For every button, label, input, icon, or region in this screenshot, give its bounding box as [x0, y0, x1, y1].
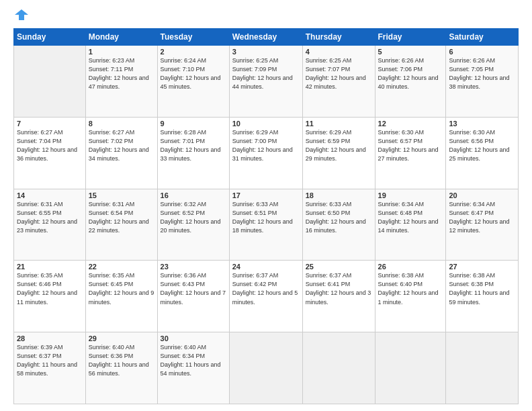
calendar-cell: 5 Sunrise: 6:26 AMSunset: 7:06 PMDayligh…: [375, 46, 446, 118]
calendar-cell: 12 Sunrise: 6:30 AMSunset: 6:57 PMDaylig…: [375, 117, 446, 189]
header: [13, 11, 519, 21]
day-info: Sunrise: 6:26 AMSunset: 7:05 PMDaylight:…: [449, 56, 515, 91]
day-info: Sunrise: 6:35 AMSunset: 6:46 PMDaylight:…: [17, 271, 83, 306]
calendar-cell: 18 Sunrise: 6:33 AMSunset: 6:50 PMDaylig…: [302, 189, 375, 261]
calendar-cell: 2 Sunrise: 6:24 AMSunset: 7:10 PMDayligh…: [157, 46, 229, 118]
svg-marker-0: [15, 9, 28, 20]
day-info: Sunrise: 6:40 AMSunset: 6:36 PMDaylight:…: [89, 343, 154, 378]
day-info: Sunrise: 6:24 AMSunset: 7:10 PMDaylight:…: [161, 56, 226, 91]
calendar-cell: [229, 332, 302, 404]
calendar-cell: 8 Sunrise: 6:27 AMSunset: 7:02 PMDayligh…: [85, 117, 157, 189]
day-number: 18: [306, 191, 372, 199]
day-number: 24: [232, 263, 300, 271]
day-number: 9: [161, 120, 226, 128]
day-number: 30: [161, 334, 226, 342]
day-number: 4: [306, 48, 372, 56]
day-number: 7: [17, 120, 83, 128]
calendar-cell: 23 Sunrise: 6:36 AMSunset: 6:43 PMDaylig…: [157, 261, 229, 332]
day-number: 6: [449, 48, 515, 56]
calendar-cell: 29 Sunrise: 6:40 AMSunset: 6:36 PMDaylig…: [85, 332, 157, 404]
logo: [13, 11, 28, 21]
day-number: 25: [306, 263, 372, 271]
day-info: Sunrise: 6:35 AMSunset: 6:45 PMDaylight:…: [89, 271, 154, 306]
day-info: Sunrise: 6:32 AMSunset: 6:52 PMDaylight:…: [161, 200, 226, 235]
header-cell-saturday: Saturday: [446, 29, 519, 46]
calendar-cell: 13 Sunrise: 6:30 AMSunset: 6:56 PMDaylig…: [446, 117, 519, 189]
day-info: Sunrise: 6:36 AMSunset: 6:43 PMDaylight:…: [161, 271, 226, 306]
day-info: Sunrise: 6:25 AMSunset: 7:09 PMDaylight:…: [232, 56, 300, 91]
day-info: Sunrise: 6:30 AMSunset: 6:56 PMDaylight:…: [449, 128, 515, 163]
day-info: Sunrise: 6:29 AMSunset: 6:59 PMDaylight:…: [306, 128, 372, 163]
day-number: 11: [306, 120, 372, 128]
calendar-cell: 9 Sunrise: 6:28 AMSunset: 7:01 PMDayligh…: [157, 117, 229, 189]
day-number: 15: [89, 191, 154, 199]
day-number: 1: [89, 48, 154, 56]
day-info: Sunrise: 6:28 AMSunset: 7:01 PMDaylight:…: [161, 128, 226, 163]
header-cell-sunday: Sunday: [14, 29, 86, 46]
day-info: Sunrise: 6:34 AMSunset: 6:48 PMDaylight:…: [378, 200, 443, 235]
calendar-week-1: 1 Sunrise: 6:23 AMSunset: 7:11 PMDayligh…: [14, 46, 519, 118]
day-number: 21: [17, 263, 83, 271]
calendar-cell: 27 Sunrise: 6:38 AMSunset: 6:38 PMDaylig…: [446, 261, 519, 332]
calendar-cell: 21 Sunrise: 6:35 AMSunset: 6:46 PMDaylig…: [14, 261, 86, 332]
calendar-cell: 10 Sunrise: 6:29 AMSunset: 7:00 PMDaylig…: [229, 117, 302, 189]
calendar-cell: 24 Sunrise: 6:37 AMSunset: 6:42 PMDaylig…: [229, 261, 302, 332]
day-number: 3: [232, 48, 300, 56]
calendar-cell: 19 Sunrise: 6:34 AMSunset: 6:48 PMDaylig…: [375, 189, 446, 261]
header-cell-friday: Friday: [375, 29, 446, 46]
day-info: Sunrise: 6:30 AMSunset: 6:57 PMDaylight:…: [378, 128, 443, 163]
header-cell-thursday: Thursday: [302, 29, 375, 46]
calendar-cell: [302, 332, 375, 404]
day-info: Sunrise: 6:34 AMSunset: 6:47 PMDaylight:…: [449, 200, 515, 235]
day-number: 23: [161, 263, 226, 271]
day-number: 29: [89, 334, 154, 342]
calendar-cell: 20 Sunrise: 6:34 AMSunset: 6:47 PMDaylig…: [446, 189, 519, 261]
calendar-cell: 4 Sunrise: 6:25 AMSunset: 7:07 PMDayligh…: [302, 46, 375, 118]
calendar-cell: 26 Sunrise: 6:38 AMSunset: 6:40 PMDaylig…: [375, 261, 446, 332]
day-number: 2: [161, 48, 226, 56]
day-info: Sunrise: 6:27 AMSunset: 7:02 PMDaylight:…: [89, 128, 154, 163]
day-info: Sunrise: 6:23 AMSunset: 7:11 PMDaylight:…: [89, 56, 154, 91]
day-number: 5: [378, 48, 443, 56]
day-info: Sunrise: 6:38 AMSunset: 6:40 PMDaylight:…: [378, 271, 443, 306]
day-info: Sunrise: 6:27 AMSunset: 7:04 PMDaylight:…: [17, 128, 83, 163]
header-cell-tuesday: Tuesday: [157, 29, 229, 46]
logo-bird-icon: [15, 8, 28, 21]
day-number: 12: [378, 120, 443, 128]
day-info: Sunrise: 6:37 AMSunset: 6:41 PMDaylight:…: [306, 271, 372, 306]
calendar-cell: 7 Sunrise: 6:27 AMSunset: 7:04 PMDayligh…: [14, 117, 86, 189]
day-number: 13: [449, 120, 515, 128]
calendar-week-3: 14 Sunrise: 6:31 AMSunset: 6:55 PMDaylig…: [14, 189, 519, 261]
day-info: Sunrise: 6:33 AMSunset: 6:51 PMDaylight:…: [232, 200, 300, 235]
calendar-week-4: 21 Sunrise: 6:35 AMSunset: 6:46 PMDaylig…: [14, 261, 519, 332]
day-number: 28: [17, 334, 83, 342]
day-number: 16: [161, 191, 226, 199]
day-info: Sunrise: 6:31 AMSunset: 6:55 PMDaylight:…: [17, 200, 83, 235]
day-info: Sunrise: 6:40 AMSunset: 6:34 PMDaylight:…: [161, 343, 226, 378]
header-cell-monday: Monday: [85, 29, 157, 46]
calendar-cell: 3 Sunrise: 6:25 AMSunset: 7:09 PMDayligh…: [229, 46, 302, 118]
calendar-cell: 28 Sunrise: 6:39 AMSunset: 6:37 PMDaylig…: [14, 332, 86, 404]
day-number: 8: [89, 120, 154, 128]
calendar-cell: 25 Sunrise: 6:37 AMSunset: 6:41 PMDaylig…: [302, 261, 375, 332]
day-info: Sunrise: 6:26 AMSunset: 7:06 PMDaylight:…: [378, 56, 443, 91]
day-info: Sunrise: 6:38 AMSunset: 6:38 PMDaylight:…: [449, 271, 515, 306]
calendar-cell: [446, 332, 519, 404]
day-number: 17: [232, 191, 300, 199]
calendar-header-row: SundayMondayTuesdayWednesdayThursdayFrid…: [14, 29, 519, 46]
calendar-cell: 14 Sunrise: 6:31 AMSunset: 6:55 PMDaylig…: [14, 189, 86, 261]
calendar-table: SundayMondayTuesdayWednesdayThursdayFrid…: [13, 28, 519, 404]
calendar-cell: 16 Sunrise: 6:32 AMSunset: 6:52 PMDaylig…: [157, 189, 229, 261]
calendar-week-5: 28 Sunrise: 6:39 AMSunset: 6:37 PMDaylig…: [14, 332, 519, 404]
calendar-cell: 22 Sunrise: 6:35 AMSunset: 6:45 PMDaylig…: [85, 261, 157, 332]
day-info: Sunrise: 6:39 AMSunset: 6:37 PMDaylight:…: [17, 343, 83, 378]
calendar-body: 1 Sunrise: 6:23 AMSunset: 7:11 PMDayligh…: [14, 46, 519, 404]
calendar-cell: 6 Sunrise: 6:26 AMSunset: 7:05 PMDayligh…: [446, 46, 519, 118]
calendar-cell: 11 Sunrise: 6:29 AMSunset: 6:59 PMDaylig…: [302, 117, 375, 189]
calendar-cell: 17 Sunrise: 6:33 AMSunset: 6:51 PMDaylig…: [229, 189, 302, 261]
calendar-cell: 15 Sunrise: 6:31 AMSunset: 6:54 PMDaylig…: [85, 189, 157, 261]
day-number: 10: [232, 120, 300, 128]
day-number: 19: [378, 191, 443, 199]
day-info: Sunrise: 6:31 AMSunset: 6:54 PMDaylight:…: [89, 200, 154, 235]
day-number: 14: [17, 191, 83, 199]
